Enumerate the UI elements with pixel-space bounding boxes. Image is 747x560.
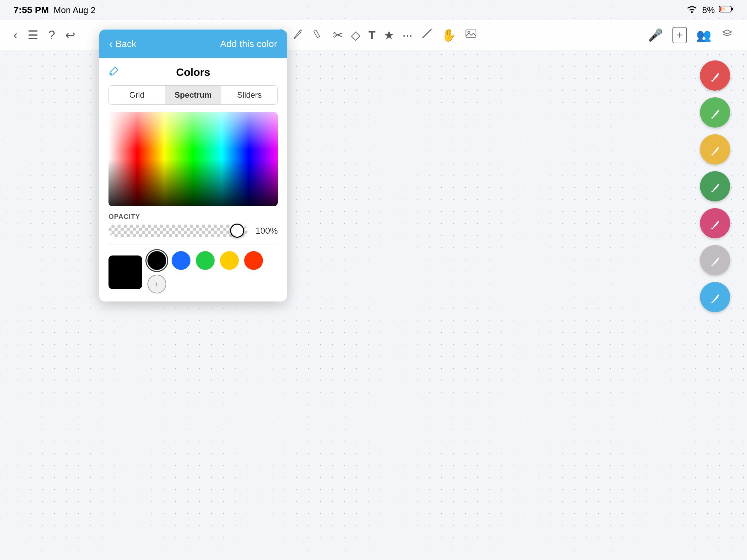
opacity-value: 100%	[254, 225, 278, 236]
svg-point-11	[712, 117, 713, 118]
svg-point-14	[712, 228, 713, 229]
pencil-tool[interactable]	[291, 27, 304, 43]
mic-button[interactable]: 🎤	[648, 28, 663, 42]
svg-rect-3	[720, 7, 721, 11]
palette-green-pen[interactable]	[700, 97, 730, 128]
swatches-bottom-row: +	[148, 275, 263, 293]
back-button[interactable]: ‹ Back	[109, 37, 136, 50]
swatch-yellow[interactable]	[220, 251, 239, 270]
segment-tabs: Grid Spectrum Sliders	[108, 85, 278, 105]
svg-point-8	[468, 31, 470, 33]
help-button[interactable]: ?	[48, 28, 55, 42]
opacity-row: 100%	[108, 224, 278, 237]
svg-point-16	[712, 302, 713, 303]
popup-title: Colors	[176, 66, 210, 79]
status-time: 7:55 PM	[14, 5, 49, 16]
tab-sliders[interactable]: Sliders	[221, 86, 278, 104]
battery-icon	[719, 5, 733, 16]
battery-percentage: 8%	[702, 5, 715, 16]
svg-point-0	[691, 11, 693, 13]
star-tool[interactable]: ★	[384, 28, 394, 42]
marker-tool[interactable]	[312, 27, 325, 43]
svg-point-15	[712, 265, 713, 266]
palette-pink-pen[interactable]	[700, 208, 730, 238]
svg-point-13	[712, 191, 713, 192]
menu-button[interactable]: ☰	[28, 28, 38, 42]
svg-point-10	[712, 80, 713, 82]
back-label: Back	[115, 38, 136, 49]
status-date: Mon Aug 2	[54, 5, 95, 16]
color-preview	[108, 256, 142, 289]
swatch-blue[interactable]	[172, 251, 190, 270]
status-bar: 7:55 PM Mon Aug 2 8%	[0, 0, 747, 20]
wifi-icon	[686, 5, 698, 16]
ruler-tool[interactable]	[420, 27, 433, 43]
svg-rect-7	[466, 30, 476, 37]
add-color-button[interactable]: Add this color	[220, 38, 277, 49]
tool-palette	[700, 60, 730, 312]
add-swatch-button[interactable]: +	[148, 275, 166, 293]
palette-yellow-pen[interactable]	[700, 134, 730, 164]
svg-line-6	[422, 29, 431, 38]
title-row: Colors	[108, 66, 278, 79]
add-button[interactable]: +	[672, 27, 687, 43]
more-tools[interactable]: ···	[403, 28, 412, 42]
divider	[108, 244, 278, 244]
color-picker-popup: ‹ Back Add this color Colors Grid Spectr…	[99, 30, 287, 301]
popup-pointer	[191, 30, 204, 37]
swatch-green[interactable]	[196, 251, 215, 270]
swatch-black[interactable]	[148, 251, 166, 270]
palette-red-pen[interactable]	[700, 60, 730, 91]
chevron-left-icon: ‹	[109, 37, 113, 50]
eraser-tool[interactable]: ◇	[351, 28, 360, 42]
opacity-label: OPACITY	[108, 213, 278, 220]
swatches-section: +	[108, 251, 278, 293]
layers-button[interactable]	[721, 27, 733, 43]
svg-point-12	[712, 154, 713, 156]
tab-spectrum[interactable]: Spectrum	[165, 86, 222, 104]
svg-rect-4	[314, 30, 320, 37]
svg-rect-2	[731, 8, 733, 10]
palette-blue-pen[interactable]	[700, 282, 730, 312]
swatches-top-row	[148, 251, 263, 270]
opacity-slider[interactable]	[108, 224, 248, 237]
back-button[interactable]: ‹	[14, 28, 18, 42]
image-tool[interactable]	[465, 27, 477, 43]
spectrum-canvas[interactable]	[108, 112, 278, 206]
undo-button[interactable]: ↩	[65, 28, 75, 42]
tab-grid[interactable]: Grid	[109, 86, 165, 104]
palette-white-pen[interactable]	[700, 245, 730, 275]
opacity-thumb[interactable]	[230, 223, 244, 238]
dropper-icon[interactable]	[108, 66, 119, 79]
hand-tool[interactable]: ✋	[441, 28, 457, 42]
palette-dark-green-pen[interactable]	[700, 171, 730, 202]
users-button[interactable]: 👥	[696, 28, 712, 42]
swatch-red[interactable]	[244, 251, 263, 270]
text-tool[interactable]: T	[368, 29, 376, 42]
scissors-tool[interactable]: ✂	[333, 28, 343, 42]
